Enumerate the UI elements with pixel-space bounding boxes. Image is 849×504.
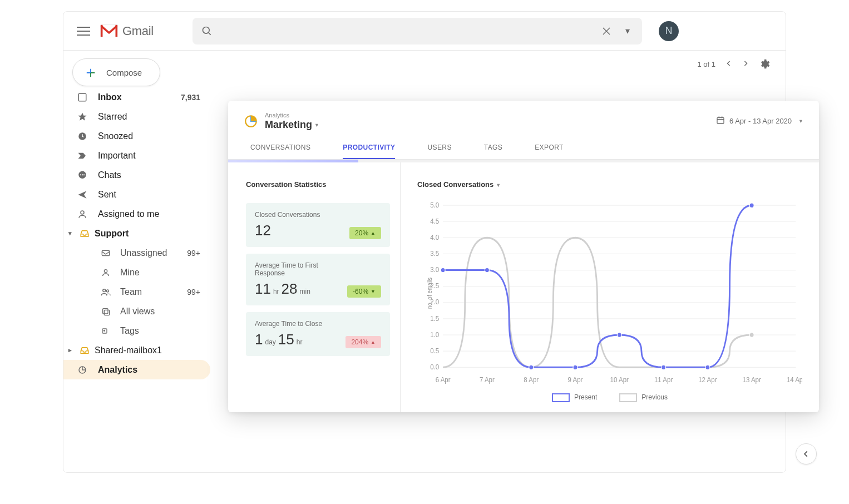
- sidebar-item-assigned[interactable]: Assigned to me: [63, 204, 210, 224]
- stat-card-closed[interactable]: Closed Conversations 12 20%▲: [246, 203, 390, 247]
- stats-title: Conversation Statistics: [246, 180, 390, 189]
- analytics-panel: Analytics Marketing▼ 6 Apr - 13 Apr 2020…: [228, 101, 819, 412]
- svg-text:1.5: 1.5: [430, 315, 439, 323]
- sidebar-sub-unassigned[interactable]: Unassigned 99+: [63, 243, 210, 263]
- sidebar-sub-mine[interactable]: Mine: [63, 263, 210, 282]
- person-icon: [100, 268, 111, 277]
- compose-button[interactable]: ＋ Compose: [72, 58, 160, 86]
- chart-title[interactable]: Closed Conversations▼: [417, 180, 802, 189]
- panel-title[interactable]: Analytics Marketing▼: [265, 112, 319, 130]
- clock-icon: [77, 131, 88, 141]
- stat-unit: hr: [273, 288, 279, 295]
- stat-unit: hr: [297, 338, 303, 346]
- stat-value: 11: [255, 280, 271, 298]
- sidebar-section-label: Shared-mailbox1: [95, 345, 162, 355]
- svg-point-17: [104, 269, 107, 272]
- stat-name: Closed Conversations: [255, 211, 320, 219]
- sidebar-item-label: Inbox: [98, 92, 171, 102]
- sidebar-item-sent[interactable]: Sent: [63, 185, 210, 204]
- tab-tags[interactable]: TAGS: [484, 144, 502, 159]
- svg-point-69: [749, 203, 754, 207]
- svg-point-3: [203, 27, 209, 33]
- svg-text:4.5: 4.5: [430, 218, 439, 225]
- views-icon: [100, 307, 111, 316]
- search-options-dropdown-icon[interactable]: ▾: [621, 24, 634, 38]
- sidebar-item-important[interactable]: Important: [63, 146, 210, 165]
- pie-chart-icon: [244, 114, 258, 129]
- svg-point-19: [106, 289, 108, 291]
- date-range-picker[interactable]: 6 Apr - 13 Apr 2020 ▼: [716, 116, 803, 126]
- search-icon[interactable]: [200, 24, 214, 38]
- sidebar-primary: Inbox 7,931 Starred Snoozed Important Ch…: [63, 87, 210, 379]
- settings-button[interactable]: [759, 58, 770, 70]
- prev-page-button[interactable]: [725, 60, 732, 68]
- tab-conversations[interactable]: CONVERSATIONS: [250, 144, 310, 159]
- sidebar-item-starred[interactable]: Starred: [63, 107, 210, 126]
- sidebar-item-chats[interactable]: Chats: [63, 165, 210, 185]
- shared-inbox-icon: [79, 345, 90, 355]
- search-input[interactable]: [221, 26, 592, 37]
- line-chart: 0.00.51.01.52.02.53.03.54.04.55.06 Apr7 …: [417, 199, 802, 388]
- svg-text:7 Apr: 7 Apr: [480, 376, 495, 384]
- sidebar-item-label: Sent: [98, 190, 210, 200]
- plus-icon: ＋: [83, 65, 98, 80]
- stats-column: Conversation Statistics Closed Conversat…: [228, 162, 401, 412]
- svg-point-62: [441, 268, 445, 273]
- sidebar-item-label: Important: [98, 151, 210, 161]
- sidebar-section-label: Support: [95, 229, 129, 239]
- header: Gmail ▾ N: [63, 12, 786, 51]
- progress-bar: [228, 160, 819, 162]
- chat-icon: [77, 170, 88, 180]
- svg-text:4.0: 4.0: [430, 234, 439, 241]
- sidebar-sub-tags[interactable]: Tags: [63, 321, 210, 340]
- sidebar-section-shared[interactable]: ▸ Shared-mailbox1: [63, 340, 210, 360]
- brand-name: Gmail: [122, 24, 154, 38]
- stat-value: 12: [255, 222, 271, 239]
- sidebar-item-count: 99+: [187, 249, 210, 258]
- search-bar[interactable]: ▾: [192, 18, 642, 45]
- svg-text:5.0: 5.0: [430, 201, 439, 209]
- stat-card-time-to-close[interactable]: Average Time to Close 1 day 15 hr 204%▲: [246, 312, 390, 356]
- sidebar-item-snoozed[interactable]: Snoozed: [63, 126, 210, 146]
- stat-card-first-response[interactable]: Average Time to First Response 11 hr 28 …: [246, 254, 390, 305]
- next-page-button[interactable]: [742, 60, 749, 68]
- sidebar-item-label: Assigned to me: [98, 209, 210, 219]
- inbox-icon: [77, 92, 88, 102]
- tab-productivity[interactable]: PRODUCTIVITY: [343, 144, 395, 159]
- sidebar-sub-team[interactable]: Team 99+: [63, 282, 210, 302]
- stat-unit: min: [300, 288, 310, 295]
- stat-name: Average Time to First Response: [255, 261, 347, 277]
- chart-area: no. of emails 0.00.51.01.52.02.53.03.54.…: [417, 199, 802, 388]
- calendar-icon: [716, 116, 725, 126]
- pager-label: 1 of 1: [697, 60, 715, 68]
- person-icon: [77, 209, 88, 219]
- sidebar-item-analytics[interactable]: Analytics: [63, 360, 210, 379]
- tab-users[interactable]: USERS: [427, 144, 451, 159]
- sidebar-item-inbox[interactable]: Inbox 7,931: [63, 87, 210, 107]
- chevron-right-icon: ▸: [66, 347, 75, 354]
- sidebar-section-support[interactable]: ▾ Support: [63, 224, 210, 243]
- svg-rect-21: [104, 310, 109, 315]
- svg-point-66: [617, 333, 621, 337]
- avatar[interactable]: N: [659, 21, 679, 41]
- panel-tabs: CONVERSATIONS PRODUCTIVITY USERS TAGS EX…: [228, 130, 819, 160]
- panel-eyebrow: Analytics: [265, 112, 319, 119]
- svg-text:3.0: 3.0: [430, 266, 439, 274]
- svg-text:2.5: 2.5: [430, 282, 439, 290]
- svg-point-13: [82, 174, 83, 175]
- stat-delta: 20%▲: [349, 227, 381, 239]
- svg-line-4: [208, 32, 210, 34]
- dropdown-icon: ▼: [496, 182, 501, 188]
- team-icon: [100, 288, 111, 297]
- collapse-fab[interactable]: [796, 443, 817, 465]
- svg-point-61: [749, 333, 754, 337]
- clear-icon[interactable]: [600, 24, 613, 38]
- menu-icon[interactable]: [77, 24, 90, 38]
- sidebar-item-label: Mine: [120, 268, 210, 278]
- tab-export[interactable]: EXPORT: [535, 144, 564, 159]
- compose-label: Compose: [106, 68, 142, 77]
- sidebar-item-label: Snoozed: [98, 131, 210, 141]
- sidebar-sub-allviews[interactable]: All views: [63, 302, 210, 321]
- svg-text:12 Apr: 12 Apr: [698, 376, 717, 384]
- sidebar-item-label: Chats: [98, 170, 210, 180]
